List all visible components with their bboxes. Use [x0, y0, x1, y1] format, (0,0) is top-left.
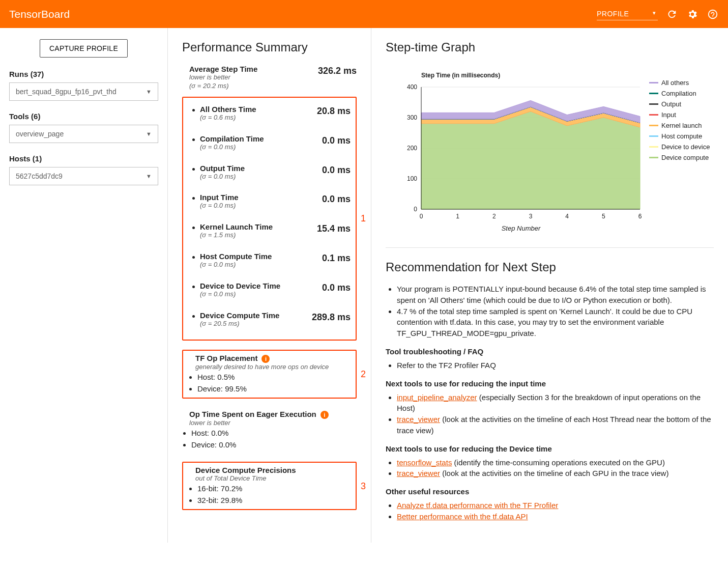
breakdown-value: 0.0 ms	[322, 135, 351, 146]
rec-link[interactable]: input_pipeline_analyzer	[397, 393, 477, 402]
legend-item: Device to device	[649, 143, 710, 151]
legend-label: Compilation	[661, 90, 696, 97]
header-actions: PROFILE	[597, 8, 719, 20]
legend-item: All others	[649, 79, 710, 87]
rec-link[interactable]: Better performance with the tf.data API	[397, 512, 528, 521]
legend-swatch	[649, 135, 658, 137]
breakdown-row: Kernel Launch Time (σ = 1.5 ms) 15.4 ms	[188, 218, 351, 248]
rec-link[interactable]: trace_viewer	[397, 415, 440, 424]
breakdown-row: Host Compute Time (σ = 0.0 ms) 0.1 ms	[188, 248, 351, 277]
runs-select[interactable]: bert_squad_8gpu_fp16_pvt_thd ▼	[9, 82, 158, 101]
breakdown-sigma: (σ = 0.6 ms)	[200, 114, 317, 122]
op-sub: generally desired to have more ops on de…	[195, 363, 351, 372]
prec-16: 16-bit: 70.2%	[197, 483, 351, 495]
mode-select[interactable]: PROFILE	[597, 8, 658, 20]
legend-item: Input	[649, 111, 710, 119]
legend-label: Kernel launch	[661, 122, 702, 129]
trouble-item: Refer to the TF2 Profiler FAQ	[397, 360, 714, 371]
gear-icon[interactable]	[686, 8, 698, 20]
capture-profile-button[interactable]: CAPTURE PROFILE	[40, 39, 128, 58]
breakdown-row: All Others Time (σ = 0.6 ms) 20.8 ms	[188, 101, 351, 130]
avg-step-sub1: lower is better	[189, 73, 318, 82]
tools-select[interactable]: overview_page ▼	[9, 125, 158, 143]
legend-item: Host compute	[649, 132, 710, 140]
breakdown-row: Device Compute Time (σ = 20.5 ms) 289.8 …	[188, 307, 351, 336]
breakdown-row: Compilation Time (σ = 0.0 ms) 0.0 ms	[188, 130, 351, 160]
avg-step-value: 326.2 ms	[318, 66, 357, 76]
legend-swatch	[649, 125, 658, 126]
breakdown-box: All Others Time (σ = 0.6 ms) 20.8 ms Com…	[182, 97, 357, 341]
legend-item: Device compute	[649, 154, 710, 161]
eager-device: Device: 0.0%	[191, 439, 357, 451]
runs-label: Runs (37)	[9, 70, 158, 78]
refresh-icon[interactable]	[666, 8, 678, 20]
legend-swatch	[649, 114, 658, 116]
graph-title: Step-time Graph	[386, 40, 714, 54]
breakdown-label: Input Time	[200, 193, 322, 202]
svg-text:200: 200	[407, 145, 417, 152]
breakdown-value: 0.1 ms	[322, 253, 351, 264]
legend-label: Host compute	[661, 132, 702, 140]
device-heading: Next tools to use for reducing the Devic…	[386, 444, 714, 453]
eager-title: Op Time Spent on Eager Execution	[189, 410, 316, 418]
svg-text:5: 5	[602, 213, 605, 220]
breakdown-label: Compilation Time	[200, 134, 322, 143]
marker-3: 3	[361, 481, 366, 491]
rec-item: 4.7 % of the total step time sampled is …	[397, 306, 714, 339]
prec-title: Device Compute Precisions	[195, 466, 351, 474]
chart-xlabel: Step Number	[399, 224, 643, 232]
svg-text:400: 400	[407, 84, 417, 91]
rec-title: Recommendation for Next Step	[386, 260, 714, 274]
legend-swatch	[649, 82, 658, 83]
rec-item: trace_viewer (look at the activities on …	[397, 414, 714, 436]
chart-subtitle: Step Time (in milliseconds)	[421, 72, 643, 79]
breakdown-row: Output Time (σ = 0.0 ms) 0.0 ms	[188, 160, 351, 189]
info-icon[interactable]: i	[321, 411, 329, 419]
legend-label: Input	[661, 111, 676, 119]
summary-title: Performance Summary	[182, 40, 357, 54]
help-icon[interactable]	[707, 8, 719, 20]
performance-summary: Performance Summary Average Step Time lo…	[168, 28, 371, 543]
rec-item: Analyze tf.data performance with the TF …	[397, 500, 714, 511]
legend-label: Device to device	[661, 143, 710, 151]
sidebar: CAPTURE PROFILE Runs (37) bert_squad_8gp…	[0, 28, 168, 543]
chevron-down-icon: ▼	[146, 131, 152, 137]
marker-1: 1	[361, 213, 366, 224]
breakdown-value: 0.0 ms	[322, 165, 351, 176]
svg-text:6: 6	[638, 213, 642, 220]
trouble-heading: Tool troubleshooting / FAQ	[386, 347, 714, 356]
prec-32: 32-bit: 29.8%	[197, 495, 351, 506]
eager-host: Host: 0.0%	[191, 428, 357, 439]
legend-swatch	[649, 103, 658, 105]
legend-label: Device compute	[661, 154, 709, 161]
svg-text:4: 4	[565, 213, 569, 220]
breakdown-sigma: (σ = 0.0 ms)	[200, 202, 322, 210]
eager-sub: lower is better	[189, 419, 357, 428]
hosts-value: 5627c5dd7dc9	[16, 172, 63, 180]
breakdown-label: Output Time	[200, 164, 322, 173]
recommendations: Recommendation for Next Step Your progra…	[386, 247, 714, 522]
breakdown-sigma: (σ = 1.5 ms)	[200, 231, 317, 240]
app-header: TensorBoard PROFILE	[0, 0, 728, 28]
legend-swatch	[649, 146, 658, 148]
rec-item: tensorflow_stats (identify the time-cons…	[397, 457, 714, 468]
hosts-select[interactable]: 5627c5dd7dc9 ▼	[9, 167, 158, 185]
step-time-chart: Step Time (in milliseconds) 010020030040…	[399, 72, 643, 232]
breakdown-label: Host Compute Time	[200, 252, 322, 261]
rec-link[interactable]: Analyze tf.data performance with the TF …	[397, 501, 558, 510]
chart-legend: All othersCompilationOutputInputKernel l…	[649, 79, 710, 232]
legend-item: Output	[649, 100, 710, 108]
op-device: Device: 99.5%	[197, 383, 351, 395]
legend-swatch	[649, 157, 658, 158]
svg-text:100: 100	[407, 175, 417, 182]
rec-link[interactable]: trace_viewer	[397, 469, 440, 477]
rec-item: trace_viewer (look at the activities on …	[397, 468, 714, 479]
chevron-down-icon: ▼	[146, 89, 152, 95]
info-icon[interactable]: i	[261, 355, 270, 363]
rec-item: Your program is POTENTIALLY input-bound …	[397, 284, 714, 306]
breakdown-label: Device Compute Time	[200, 311, 312, 320]
breakdown-label: All Others Time	[200, 105, 317, 114]
op-placement-box: TF Op Placement i generally desired to h…	[182, 350, 357, 399]
prec-sub: out of Total Device Time	[195, 474, 351, 483]
rec-link[interactable]: tensorflow_stats	[397, 458, 452, 467]
